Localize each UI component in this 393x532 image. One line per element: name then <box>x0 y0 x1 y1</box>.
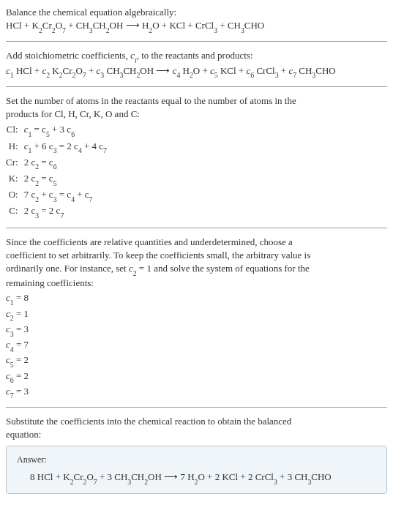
intro-equation: HCl + K2Cr2O7 + CH3CH2OH ⟶ H2O + KCl + C… <box>6 19 387 34</box>
subst-text: Substitute the coefficients into the che… <box>6 415 387 441</box>
stoich-equation: c1 HCl + c2 K2Cr2O7 + c3 CH3CH2OH ⟶ c4 H… <box>6 64 387 79</box>
intro-section: Balance the chemical equation algebraica… <box>6 6 387 34</box>
coeff-row: c6 = 2 <box>6 370 387 384</box>
stoich-section: Add stoichiometric coefficients, ci, to … <box>6 49 387 78</box>
coeff-row: c3 = 3 <box>6 323 387 337</box>
table-row: O:7 c2 + c3 = c4 + c7 <box>6 187 111 203</box>
table-row: K:2 c2 = c5 <box>6 171 111 187</box>
coeff-row: c7 = 3 <box>6 385 387 400</box>
coeff-row: c1 = 8 <box>6 291 387 306</box>
subst-section: Substitute the coefficients into the che… <box>6 415 387 493</box>
divider <box>6 41 387 42</box>
answer-label: Answer: <box>17 454 376 466</box>
table-row: Cl:c1 = c5 + 3 c6 <box>6 122 111 138</box>
answer-equation: 8 HCl + K2Cr2O7 + 3 CH3CH2OH ⟶ 7 H2O + 2… <box>17 471 376 485</box>
atoms-table: Cl:c1 = c5 + 3 c6 H:c1 + 6 c3 = 2 c4 + 4… <box>6 122 111 220</box>
answer-box: Answer: 8 HCl + K2Cr2O7 + 3 CH3CH2OH ⟶ 7… <box>6 446 387 493</box>
atoms-intro: Set the number of atoms in the reactants… <box>6 94 387 121</box>
table-row: Cr:2 c2 = c6 <box>6 155 111 171</box>
divider <box>6 407 387 408</box>
choose-section: Since the coefficients are relative quan… <box>6 236 387 400</box>
atoms-section: Set the number of atoms in the reactants… <box>6 94 387 220</box>
choose-text: Since the coefficients are relative quan… <box>6 236 387 291</box>
intro-text: Balance the chemical equation algebraica… <box>6 6 387 19</box>
coeff-row: c5 = 2 <box>6 353 387 368</box>
divider <box>6 228 387 228</box>
coeff-row: c2 = 1 <box>6 307 387 322</box>
coeff-list: c1 = 8 c2 = 1 c3 = 3 c4 = 7 c5 = 2 c6 = … <box>6 291 387 400</box>
coeff-row: c4 = 7 <box>6 338 387 353</box>
stoich-intro: Add stoichiometric coefficients, ci, to … <box>6 49 387 64</box>
table-row: C:2 c3 = 2 c7 <box>6 203 111 220</box>
divider <box>6 86 387 87</box>
table-row: H:c1 + 6 c3 = 2 c4 + 4 c7 <box>6 139 111 155</box>
